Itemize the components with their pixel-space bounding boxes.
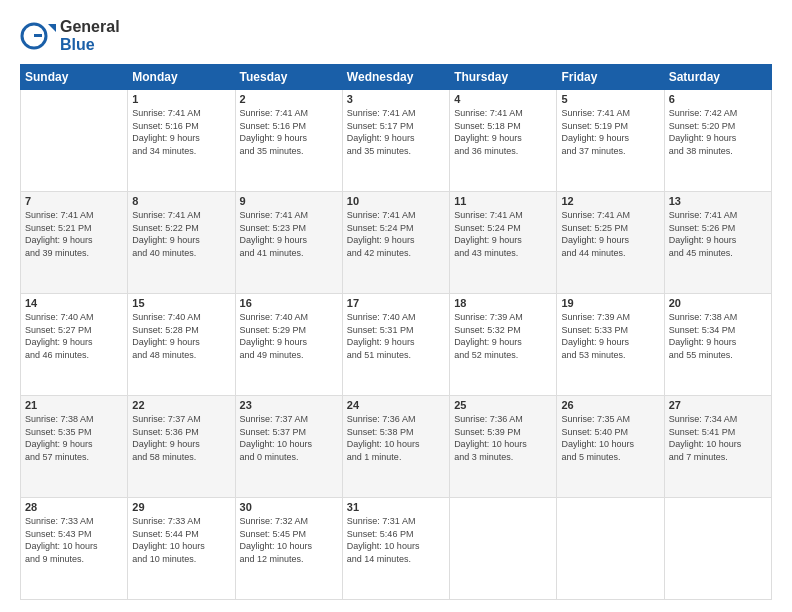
day-info: Sunrise: 7:40 AM Sunset: 5:28 PM Dayligh…	[132, 311, 230, 361]
day-number: 14	[25, 297, 123, 309]
calendar-cell: 15Sunrise: 7:40 AM Sunset: 5:28 PM Dayli…	[128, 294, 235, 396]
calendar-cell: 1Sunrise: 7:41 AM Sunset: 5:16 PM Daylig…	[128, 90, 235, 192]
day-info: Sunrise: 7:39 AM Sunset: 5:33 PM Dayligh…	[561, 311, 659, 361]
day-info: Sunrise: 7:42 AM Sunset: 5:20 PM Dayligh…	[669, 107, 767, 157]
day-number: 22	[132, 399, 230, 411]
calendar-cell: 30Sunrise: 7:32 AM Sunset: 5:45 PM Dayli…	[235, 498, 342, 600]
day-info: Sunrise: 7:37 AM Sunset: 5:36 PM Dayligh…	[132, 413, 230, 463]
col-header-thursday: Thursday	[450, 65, 557, 90]
calendar: SundayMondayTuesdayWednesdayThursdayFrid…	[20, 64, 772, 600]
day-info: Sunrise: 7:41 AM Sunset: 5:22 PM Dayligh…	[132, 209, 230, 259]
day-number: 7	[25, 195, 123, 207]
logo: GeneralBlue	[20, 18, 120, 54]
day-info: Sunrise: 7:41 AM Sunset: 5:18 PM Dayligh…	[454, 107, 552, 157]
day-number: 31	[347, 501, 445, 513]
header: GeneralBlue	[20, 18, 772, 54]
day-number: 26	[561, 399, 659, 411]
day-number: 25	[454, 399, 552, 411]
day-info: Sunrise: 7:41 AM Sunset: 5:25 PM Dayligh…	[561, 209, 659, 259]
col-header-tuesday: Tuesday	[235, 65, 342, 90]
day-info: Sunrise: 7:31 AM Sunset: 5:46 PM Dayligh…	[347, 515, 445, 565]
day-info: Sunrise: 7:38 AM Sunset: 5:34 PM Dayligh…	[669, 311, 767, 361]
day-info: Sunrise: 7:40 AM Sunset: 5:31 PM Dayligh…	[347, 311, 445, 361]
day-number: 23	[240, 399, 338, 411]
calendar-cell: 13Sunrise: 7:41 AM Sunset: 5:26 PM Dayli…	[664, 192, 771, 294]
day-info: Sunrise: 7:39 AM Sunset: 5:32 PM Dayligh…	[454, 311, 552, 361]
calendar-cell: 28Sunrise: 7:33 AM Sunset: 5:43 PM Dayli…	[21, 498, 128, 600]
logo-text: GeneralBlue	[60, 18, 120, 53]
week-row-3: 14Sunrise: 7:40 AM Sunset: 5:27 PM Dayli…	[21, 294, 772, 396]
day-number: 10	[347, 195, 445, 207]
calendar-cell: 2Sunrise: 7:41 AM Sunset: 5:16 PM Daylig…	[235, 90, 342, 192]
calendar-cell: 21Sunrise: 7:38 AM Sunset: 5:35 PM Dayli…	[21, 396, 128, 498]
calendar-cell: 17Sunrise: 7:40 AM Sunset: 5:31 PM Dayli…	[342, 294, 449, 396]
calendar-header-row: SundayMondayTuesdayWednesdayThursdayFrid…	[21, 65, 772, 90]
calendar-cell: 4Sunrise: 7:41 AM Sunset: 5:18 PM Daylig…	[450, 90, 557, 192]
day-info: Sunrise: 7:41 AM Sunset: 5:21 PM Dayligh…	[25, 209, 123, 259]
week-row-2: 7Sunrise: 7:41 AM Sunset: 5:21 PM Daylig…	[21, 192, 772, 294]
calendar-cell: 31Sunrise: 7:31 AM Sunset: 5:46 PM Dayli…	[342, 498, 449, 600]
calendar-cell: 24Sunrise: 7:36 AM Sunset: 5:38 PM Dayli…	[342, 396, 449, 498]
day-number: 2	[240, 93, 338, 105]
day-info: Sunrise: 7:35 AM Sunset: 5:40 PM Dayligh…	[561, 413, 659, 463]
calendar-cell: 3Sunrise: 7:41 AM Sunset: 5:17 PM Daylig…	[342, 90, 449, 192]
calendar-cell	[664, 498, 771, 600]
day-info: Sunrise: 7:41 AM Sunset: 5:26 PM Dayligh…	[669, 209, 767, 259]
day-info: Sunrise: 7:34 AM Sunset: 5:41 PM Dayligh…	[669, 413, 767, 463]
calendar-cell: 16Sunrise: 7:40 AM Sunset: 5:29 PM Dayli…	[235, 294, 342, 396]
col-header-monday: Monday	[128, 65, 235, 90]
day-info: Sunrise: 7:41 AM Sunset: 5:23 PM Dayligh…	[240, 209, 338, 259]
day-number: 20	[669, 297, 767, 309]
day-info: Sunrise: 7:41 AM Sunset: 5:17 PM Dayligh…	[347, 107, 445, 157]
week-row-1: 1Sunrise: 7:41 AM Sunset: 5:16 PM Daylig…	[21, 90, 772, 192]
day-number: 9	[240, 195, 338, 207]
day-info: Sunrise: 7:40 AM Sunset: 5:29 PM Dayligh…	[240, 311, 338, 361]
day-number: 3	[347, 93, 445, 105]
day-info: Sunrise: 7:41 AM Sunset: 5:24 PM Dayligh…	[454, 209, 552, 259]
calendar-cell: 18Sunrise: 7:39 AM Sunset: 5:32 PM Dayli…	[450, 294, 557, 396]
calendar-cell: 25Sunrise: 7:36 AM Sunset: 5:39 PM Dayli…	[450, 396, 557, 498]
week-row-4: 21Sunrise: 7:38 AM Sunset: 5:35 PM Dayli…	[21, 396, 772, 498]
day-number: 16	[240, 297, 338, 309]
day-number: 24	[347, 399, 445, 411]
calendar-cell: 8Sunrise: 7:41 AM Sunset: 5:22 PM Daylig…	[128, 192, 235, 294]
day-info: Sunrise: 7:38 AM Sunset: 5:35 PM Dayligh…	[25, 413, 123, 463]
day-number: 12	[561, 195, 659, 207]
calendar-cell: 29Sunrise: 7:33 AM Sunset: 5:44 PM Dayli…	[128, 498, 235, 600]
day-number: 8	[132, 195, 230, 207]
svg-rect-1	[34, 34, 42, 37]
day-number: 1	[132, 93, 230, 105]
day-number: 17	[347, 297, 445, 309]
calendar-cell: 6Sunrise: 7:42 AM Sunset: 5:20 PM Daylig…	[664, 90, 771, 192]
day-info: Sunrise: 7:41 AM Sunset: 5:16 PM Dayligh…	[132, 107, 230, 157]
calendar-cell: 12Sunrise: 7:41 AM Sunset: 5:25 PM Dayli…	[557, 192, 664, 294]
day-number: 11	[454, 195, 552, 207]
day-info: Sunrise: 7:36 AM Sunset: 5:38 PM Dayligh…	[347, 413, 445, 463]
day-number: 15	[132, 297, 230, 309]
day-number: 19	[561, 297, 659, 309]
col-header-friday: Friday	[557, 65, 664, 90]
week-row-5: 28Sunrise: 7:33 AM Sunset: 5:43 PM Dayli…	[21, 498, 772, 600]
calendar-cell	[21, 90, 128, 192]
day-number: 5	[561, 93, 659, 105]
logo-icon	[20, 18, 56, 54]
logo-general-text: General	[60, 18, 120, 36]
day-number: 29	[132, 501, 230, 513]
day-info: Sunrise: 7:40 AM Sunset: 5:27 PM Dayligh…	[25, 311, 123, 361]
day-info: Sunrise: 7:33 AM Sunset: 5:43 PM Dayligh…	[25, 515, 123, 565]
day-info: Sunrise: 7:41 AM Sunset: 5:16 PM Dayligh…	[240, 107, 338, 157]
svg-marker-2	[48, 24, 56, 32]
day-number: 13	[669, 195, 767, 207]
calendar-cell	[450, 498, 557, 600]
calendar-cell	[557, 498, 664, 600]
day-number: 18	[454, 297, 552, 309]
calendar-cell: 26Sunrise: 7:35 AM Sunset: 5:40 PM Dayli…	[557, 396, 664, 498]
day-info: Sunrise: 7:37 AM Sunset: 5:37 PM Dayligh…	[240, 413, 338, 463]
calendar-cell: 22Sunrise: 7:37 AM Sunset: 5:36 PM Dayli…	[128, 396, 235, 498]
day-info: Sunrise: 7:36 AM Sunset: 5:39 PM Dayligh…	[454, 413, 552, 463]
calendar-cell: 7Sunrise: 7:41 AM Sunset: 5:21 PM Daylig…	[21, 192, 128, 294]
day-info: Sunrise: 7:33 AM Sunset: 5:44 PM Dayligh…	[132, 515, 230, 565]
day-number: 21	[25, 399, 123, 411]
day-info: Sunrise: 7:41 AM Sunset: 5:24 PM Dayligh…	[347, 209, 445, 259]
logo-blue-text: Blue	[60, 36, 120, 54]
